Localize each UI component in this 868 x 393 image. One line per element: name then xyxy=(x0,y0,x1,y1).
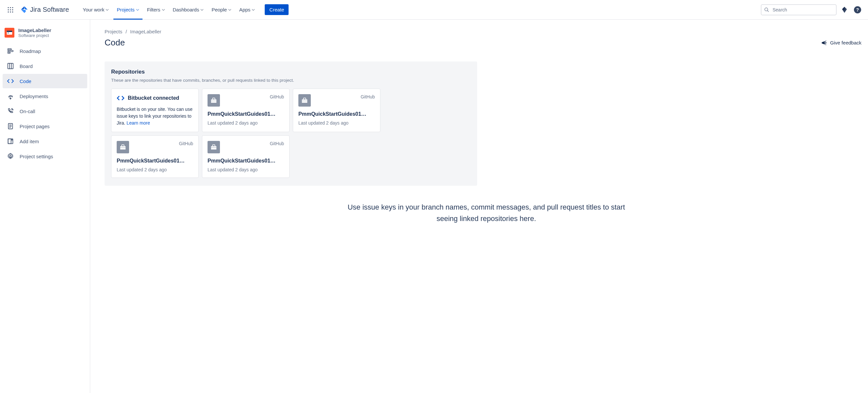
top-navigation: Jira Software Your work Projects Filters… xyxy=(0,0,868,20)
svg-point-3 xyxy=(8,9,9,10)
repo-updated: Last updated 2 days ago xyxy=(299,120,375,125)
svg-point-5 xyxy=(12,9,13,10)
toolbox-icon xyxy=(117,141,129,153)
search-wrap xyxy=(761,4,837,16)
help-icon[interactable]: ? xyxy=(852,5,863,15)
search-input[interactable] xyxy=(761,4,837,16)
product-name: Jira Software xyxy=(30,6,69,13)
nav-people[interactable]: People xyxy=(208,0,235,20)
sidebar-item-roadmap[interactable]: Roadmap xyxy=(3,44,87,58)
repo-provider: GitHub xyxy=(179,141,193,146)
notifications-icon[interactable] xyxy=(839,5,850,15)
sidebar-item-label: Roadmap xyxy=(20,49,41,54)
page-title: Code xyxy=(104,38,125,48)
search-icon xyxy=(764,7,769,12)
breadcrumb-root[interactable]: Projects xyxy=(104,29,122,34)
svg-rect-35 xyxy=(120,146,126,149)
nav-your-work[interactable]: Your work xyxy=(80,0,112,20)
repo-updated: Last updated 2 days ago xyxy=(117,167,193,172)
repo-updated: Last updated 2 days ago xyxy=(208,167,284,172)
repo-updated: Last updated 2 days ago xyxy=(208,120,284,125)
svg-point-4 xyxy=(10,9,11,10)
toolbox-icon xyxy=(208,94,220,107)
svg-point-0 xyxy=(8,7,9,8)
main-content: Projects / ImageLabeller Code Give feedb… xyxy=(90,20,868,393)
sidebar-item-label: Board xyxy=(20,63,33,69)
learn-more-link[interactable]: Learn more xyxy=(126,120,150,125)
svg-rect-31 xyxy=(211,99,217,103)
toolbox-icon xyxy=(299,94,311,107)
sidebar-item-settings[interactable]: Project settings xyxy=(3,149,87,163)
repo-provider: GitHub xyxy=(361,94,375,99)
sidebar-item-add[interactable]: Add item xyxy=(3,134,87,148)
sidebar-item-oncall[interactable]: On-call xyxy=(3,104,87,118)
repo-card[interactable]: GitHub PmmQuickStartGuides01… Last updat… xyxy=(202,135,289,178)
chevron-down-icon xyxy=(162,8,165,11)
bitbucket-card-title: Bitbucket connected xyxy=(128,95,179,101)
svg-point-2 xyxy=(12,7,13,8)
sidebar-item-label: Project pages xyxy=(20,124,50,129)
project-avatar-icon xyxy=(5,28,14,38)
svg-text:?: ? xyxy=(856,7,859,12)
nav-dashboards[interactable]: Dashboards xyxy=(169,0,207,20)
repo-name: PmmQuickStartGuides01… xyxy=(208,158,284,164)
repo-name: PmmQuickStartGuides01… xyxy=(208,111,284,117)
svg-rect-14 xyxy=(7,31,12,32)
chevron-down-icon xyxy=(200,8,204,11)
sidebar: ImageLabeller Software project Roadmap B… xyxy=(0,20,90,393)
code-brackets-icon xyxy=(117,94,125,102)
svg-point-1 xyxy=(10,7,11,8)
sidebar-item-label: Project settings xyxy=(20,154,53,159)
repositories-heading: Repositories xyxy=(111,69,471,75)
sidebar-item-code[interactable]: Code xyxy=(3,74,87,88)
create-button[interactable]: Create xyxy=(265,4,288,15)
nav-projects[interactable]: Projects xyxy=(114,0,142,20)
project-header[interactable]: ImageLabeller Software project xyxy=(3,27,87,44)
give-feedback-button[interactable]: Give feedback xyxy=(821,39,868,46)
bitbucket-card-body: Bitbucket is on your site. You can use i… xyxy=(117,106,193,126)
code-icon xyxy=(6,77,14,85)
repo-card[interactable]: GitHub PmmQuickStartGuides01… Last updat… xyxy=(293,89,380,132)
repo-card[interactable]: GitHub PmmQuickStartGuides01… Last updat… xyxy=(111,135,199,178)
svg-point-30 xyxy=(9,155,11,157)
repo-provider: GitHub xyxy=(270,141,284,146)
sidebar-item-deployments[interactable]: Deployments xyxy=(3,89,87,103)
chevron-down-icon xyxy=(228,8,231,11)
bitbucket-connected-card[interactable]: Bitbucket connected Bitbucket is on your… xyxy=(111,89,199,132)
nav-apps[interactable]: Apps xyxy=(236,0,258,20)
breadcrumb-project[interactable]: ImageLabeller xyxy=(130,29,161,34)
sidebar-item-label: Code xyxy=(20,79,31,84)
sidebar-item-board[interactable]: Board xyxy=(3,59,87,73)
chevron-down-icon xyxy=(252,8,255,11)
svg-rect-33 xyxy=(302,99,308,103)
sidebar-item-label: On-call xyxy=(20,109,35,114)
svg-point-8 xyxy=(12,11,13,12)
add-item-icon xyxy=(6,137,14,145)
app-switcher-icon[interactable] xyxy=(5,5,16,15)
megaphone-icon xyxy=(821,39,828,46)
repositories-subtext: These are the repositories that have com… xyxy=(111,78,471,83)
deployments-icon xyxy=(6,92,14,100)
svg-rect-18 xyxy=(8,52,10,54)
svg-line-10 xyxy=(767,10,769,12)
project-type: Software project xyxy=(18,33,51,38)
product-logo[interactable]: Jira Software xyxy=(18,6,71,14)
breadcrumb: Projects / ImageLabeller xyxy=(104,29,868,34)
project-name: ImageLabeller xyxy=(18,27,51,33)
board-icon xyxy=(6,62,14,70)
empty-state-message: Use issue keys in your branch names, com… xyxy=(339,202,633,224)
chevron-down-icon xyxy=(105,8,109,11)
sidebar-item-label: Deployments xyxy=(20,93,49,99)
oncall-icon xyxy=(6,107,14,115)
svg-point-7 xyxy=(10,11,11,12)
svg-rect-16 xyxy=(8,49,11,50)
chevron-down-icon xyxy=(136,8,139,11)
repo-card[interactable]: GitHub PmmQuickStartGuides01… Last updat… xyxy=(202,89,289,132)
svg-rect-15 xyxy=(7,33,9,33)
svg-rect-19 xyxy=(8,63,13,69)
sidebar-item-project-pages[interactable]: Project pages xyxy=(3,119,87,133)
nav-filters[interactable]: Filters xyxy=(144,0,168,20)
repo-name: PmmQuickStartGuides01… xyxy=(299,111,375,117)
toolbox-icon xyxy=(208,141,220,153)
roadmap-icon xyxy=(6,47,14,55)
